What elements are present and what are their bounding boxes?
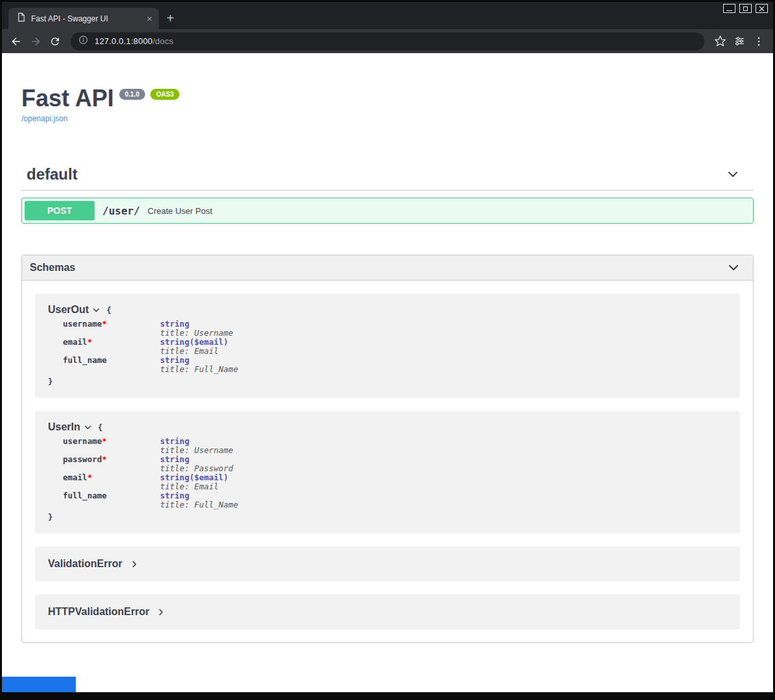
window-controls (723, 4, 768, 13)
table-row: email* string($email) title: Email (63, 338, 238, 356)
operation-post-user[interactable]: POST /user/ Create User Post (21, 198, 754, 224)
swagger-ui: Fast API 0.1.0 OAS3 /openapi.json defaul… (2, 86, 773, 643)
url-path: /docs (153, 36, 174, 46)
window-maximize-button[interactable] (739, 4, 752, 13)
chevron-down-icon (92, 306, 100, 314)
model-httpvalidationerror[interactable]: HTTPValidationError (35, 594, 740, 629)
model-userin-toggle[interactable]: UserIn { (48, 421, 727, 433)
api-title-text: Fast API (21, 86, 114, 111)
property-type: string($email) (160, 473, 238, 482)
model-name: UserIn (48, 421, 80, 433)
window-minimize-button[interactable] (723, 4, 735, 13)
api-info: Fast API 0.1.0 OAS3 /openapi.json (21, 86, 754, 124)
required-star: * (87, 472, 93, 482)
open-brace: { (106, 305, 111, 315)
page-title: Fast API 0.1.0 OAS3 (21, 86, 754, 111)
model-userin: UserIn { username* string tit (35, 411, 740, 533)
document-icon (16, 12, 26, 25)
browser-window: Fast API - Swagger UI × + (0, 0, 775, 700)
tune-icon[interactable] (730, 32, 748, 51)
required-star: * (102, 454, 107, 464)
schemas-title: Schemas (30, 262, 75, 274)
model-validationerror[interactable]: ValidationError (35, 546, 740, 581)
table-row: username* string title: Username (63, 320, 238, 338)
url-host: 127.0.0.1:8000 (95, 36, 153, 46)
back-button[interactable] (7, 32, 25, 51)
chevron-down-icon (727, 261, 740, 274)
tag-name: default (27, 165, 78, 183)
reload-button[interactable] (46, 32, 64, 51)
required-star: * (102, 436, 107, 446)
model-name: UserOut (48, 304, 89, 316)
minimize-icon (726, 10, 732, 11)
property-title: title: Email (160, 347, 238, 356)
tag-header-default[interactable]: default (21, 160, 754, 191)
status-bubble (2, 677, 76, 692)
operation-summary: Create User Post (148, 206, 213, 216)
window-frame-bottom (2, 692, 773, 700)
browser-toolbar: 127.0.0.1:8000/docs (2, 29, 773, 53)
model-name: HTTPValidationError (48, 606, 149, 618)
required-star: * (87, 337, 93, 347)
property-title: title: Password (160, 464, 238, 473)
table-row: full_name string title: Full_Name (63, 491, 238, 509)
property-title: title: Email (160, 482, 238, 491)
tab-title: Fast API - Swagger UI (31, 14, 140, 23)
property-title: title: Username (160, 329, 238, 338)
version-badge: 0.1.0 (119, 89, 145, 100)
property-title: title: Full_Name (160, 365, 238, 374)
property-type: string (160, 320, 238, 329)
table-row: full_name string title: Full_Name (63, 356, 238, 374)
address-bar[interactable]: 127.0.0.1:8000/docs (71, 32, 704, 51)
table-row: password* string title: Password (63, 455, 238, 473)
url-text: 127.0.0.1:8000/docs (95, 36, 174, 46)
property-name: email* (63, 473, 160, 491)
required-star: * (102, 319, 107, 329)
site-info-icon[interactable] (78, 35, 88, 47)
window-close-button[interactable] (756, 4, 768, 13)
property-title: title: Full_Name (160, 500, 238, 509)
chevron-down-icon (726, 168, 739, 181)
schemas-body: UserOut { username* string ti (22, 281, 753, 642)
chevron-right-icon (130, 560, 139, 568)
property-name: full_name (63, 356, 160, 374)
new-tab-button[interactable]: + (167, 11, 174, 26)
property-type: string (160, 356, 238, 365)
close-brace: } (48, 512, 727, 522)
chevron-right-icon (157, 608, 165, 616)
tab-close-icon[interactable]: × (145, 14, 154, 23)
page-content: Fast API 0.1.0 OAS3 /openapi.json defaul… (2, 53, 773, 692)
forward-button[interactable] (27, 32, 45, 51)
browser-menu-icon[interactable] (750, 32, 768, 51)
close-icon (759, 3, 765, 14)
maximize-icon (743, 6, 748, 11)
bookmark-star-icon[interactable] (711, 32, 729, 51)
model-userout: UserOut { username* string ti (35, 294, 740, 398)
chevron-down-icon (84, 423, 92, 432)
property-name: email* (63, 338, 160, 356)
openapi-json-link[interactable]: /openapi.json (21, 114, 67, 123)
property-type: string (160, 491, 238, 500)
method-badge: POST (25, 201, 95, 220)
browser-tab[interactable]: Fast API - Swagger UI × (8, 8, 159, 29)
property-name: password* (63, 455, 160, 473)
property-name: full_name (63, 491, 160, 509)
open-brace: { (98, 423, 103, 432)
oas-badge: OAS3 (150, 89, 179, 100)
schema-properties: username* string title: Username passwor… (63, 437, 238, 509)
close-brace: } (48, 377, 727, 386)
model-name: ValidationError (48, 558, 122, 570)
table-row: email* string($email) title: Email (63, 473, 238, 491)
property-type: string (160, 455, 238, 464)
schema-properties: username* string title: Username email* … (63, 320, 238, 374)
tab-strip: Fast API - Swagger UI × + (8, 8, 174, 29)
table-row: username* string title: Username (63, 437, 238, 455)
property-type: string (160, 437, 238, 446)
property-type: string($email) (160, 338, 238, 347)
schemas-header[interactable]: Schemas (22, 255, 753, 281)
schemas-section: Schemas UserOut { (21, 255, 754, 643)
window-titlebar: Fast API - Swagger UI × + (2, 2, 773, 29)
operation-path: /user/ (102, 205, 140, 217)
model-userout-toggle[interactable]: UserOut { (48, 304, 727, 316)
property-title: title: Username (160, 446, 238, 455)
